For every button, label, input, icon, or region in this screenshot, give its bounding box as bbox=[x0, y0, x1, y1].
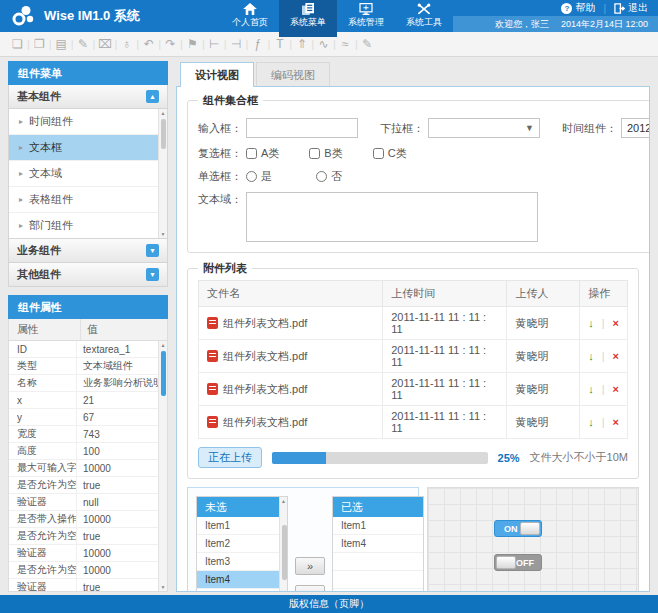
section-business-components[interactable]: 业务组件 ▼ bbox=[8, 239, 168, 263]
radio-option-否[interactable]: 否 bbox=[316, 169, 342, 184]
property-row[interactable]: y67 bbox=[9, 409, 158, 426]
scroll-up-icon[interactable]: ▲ bbox=[281, 498, 286, 504]
move-left-button[interactable]: « bbox=[295, 585, 325, 592]
checkbox-C类[interactable] bbox=[373, 148, 384, 159]
scroll-up-icon[interactable]: ▲ bbox=[161, 342, 166, 348]
download-icon[interactable]: ↓ bbox=[588, 350, 594, 362]
list-item-Item4[interactable]: Item4 bbox=[333, 535, 423, 553]
new-file-icon[interactable]: ❏ bbox=[8, 38, 27, 50]
section-basic-components[interactable]: 基本组件 ▲ bbox=[8, 85, 168, 109]
outdent-icon[interactable]: ⊣ bbox=[227, 38, 246, 50]
radio-否[interactable] bbox=[316, 171, 327, 182]
radio-是[interactable] bbox=[246, 171, 257, 182]
logout-button[interactable]: 退出 bbox=[614, 1, 648, 15]
section-other-components[interactable]: 其他组件 ▼ bbox=[8, 263, 168, 287]
sidebar-item-部门组件[interactable]: ▸部门组件 bbox=[9, 213, 158, 239]
text-icon[interactable]: T bbox=[270, 38, 289, 50]
delete-icon[interactable]: × bbox=[613, 350, 619, 362]
property-row[interactable]: 名称业务影响分析说明 bbox=[9, 375, 158, 392]
tab-design-view[interactable]: 设计视图 bbox=[180, 62, 254, 87]
list-item-Item1[interactable]: Item1 bbox=[333, 517, 423, 535]
list-item-Item4[interactable]: Item4 bbox=[197, 571, 279, 589]
scroll-down-icon[interactable]: ▼ bbox=[161, 231, 166, 237]
scrollbar[interactable]: ▲ ▼ bbox=[279, 497, 287, 592]
scroll-thumb[interactable] bbox=[161, 351, 166, 396]
nav-item-system-manage[interactable]: 系统管理 bbox=[337, 0, 395, 32]
scroll-up-icon[interactable]: ▲ bbox=[161, 110, 166, 116]
property-row[interactable]: 类型文本域组件 bbox=[9, 358, 158, 375]
property-row[interactable]: x21 bbox=[9, 392, 158, 409]
scroll-thumb[interactable] bbox=[282, 525, 287, 580]
property-row[interactable]: 宽度743 bbox=[9, 426, 158, 443]
list-item-Item3[interactable]: Item3 bbox=[197, 553, 279, 571]
textarea-field[interactable] bbox=[246, 192, 538, 242]
design-canvas[interactable]: ON OFF bbox=[427, 487, 639, 592]
text-input[interactable] bbox=[246, 118, 358, 138]
toggle-on[interactable]: ON bbox=[494, 520, 542, 537]
upload-file-icon[interactable]: ⇑ bbox=[292, 38, 311, 50]
sidebar-item-文本域[interactable]: ▸文本域 bbox=[9, 161, 158, 187]
toggle-knob[interactable] bbox=[496, 556, 516, 569]
download-icon[interactable]: ↓ bbox=[588, 416, 594, 428]
move-right-button[interactable]: » bbox=[295, 557, 325, 575]
sidebar-item-文本框[interactable]: ▸文本框 bbox=[9, 135, 158, 161]
pencil-icon[interactable]: ✎ bbox=[358, 38, 377, 50]
checkbox-B类[interactable] bbox=[309, 148, 320, 159]
list-item-Item1[interactable]: Item1 bbox=[197, 517, 279, 535]
property-row[interactable]: 验证器null bbox=[9, 494, 158, 511]
file-name[interactable]: 组件列表文档.pdf bbox=[223, 317, 307, 329]
scrollbar[interactable]: ▲ ▼ bbox=[158, 341, 167, 591]
property-row[interactable]: 是否允许为空true bbox=[9, 528, 158, 545]
wave-dotted-icon[interactable]: ≈ bbox=[336, 38, 355, 50]
delete-icon[interactable]: ⌧ bbox=[95, 38, 114, 50]
expand-icon[interactable]: ▼ bbox=[146, 244, 159, 257]
property-row[interactable]: 是否带入操作原因10000 bbox=[9, 511, 158, 528]
scrollbar[interactable]: ▲ ▼ bbox=[158, 109, 167, 238]
property-row[interactable]: 是否允许为空true bbox=[9, 477, 158, 494]
download-icon[interactable]: ↓ bbox=[588, 383, 594, 395]
scroll-down-icon[interactable]: ▼ bbox=[161, 584, 166, 590]
nav-item-home[interactable]: 个人首页 bbox=[221, 0, 279, 32]
property-row[interactable]: 是否允许为空10000 bbox=[9, 562, 158, 579]
toggle-off[interactable]: OFF bbox=[494, 554, 542, 571]
save-icon[interactable]: ▤ bbox=[52, 38, 71, 50]
sidebar-item-时间组件[interactable]: ▸时间组件 bbox=[9, 109, 158, 135]
edit-document-icon[interactable]: ✎ bbox=[74, 38, 93, 50]
undo-icon[interactable]: ↶ bbox=[139, 38, 158, 50]
help-button[interactable]: ? 帮助 bbox=[561, 1, 595, 15]
download-icon[interactable]: ↓ bbox=[588, 317, 594, 329]
property-row[interactable]: 验证器10000 bbox=[9, 545, 158, 562]
dropdown-select[interactable]: ▼ bbox=[428, 118, 540, 138]
wave-line-icon[interactable]: ∿ bbox=[314, 38, 333, 50]
property-row[interactable]: 高度100 bbox=[9, 443, 158, 460]
checkbox-option-C类[interactable]: C类 bbox=[373, 146, 407, 161]
delete-icon[interactable]: × bbox=[613, 416, 619, 428]
function-icon[interactable]: ƒ bbox=[248, 38, 267, 50]
date-input[interactable] bbox=[621, 118, 650, 138]
indent-icon[interactable]: ⊢ bbox=[205, 38, 224, 50]
property-row[interactable]: 最大可输入字符数10000 bbox=[9, 460, 158, 477]
property-row[interactable]: IDtextarea_1 bbox=[9, 341, 158, 358]
scroll-thumb[interactable] bbox=[161, 119, 166, 149]
redo-icon[interactable]: ↷ bbox=[161, 38, 180, 50]
delete-icon[interactable]: × bbox=[613, 317, 619, 329]
uploading-button[interactable]: 正在上传 bbox=[198, 447, 262, 468]
radio-option-是[interactable]: 是 bbox=[246, 169, 272, 184]
list-item-Item2[interactable]: Item2 bbox=[197, 535, 279, 553]
checkbox-A类[interactable] bbox=[246, 148, 257, 159]
flag-icon[interactable]: ⚑ bbox=[183, 38, 202, 50]
checkbox-option-B类[interactable]: B类 bbox=[309, 146, 342, 161]
expand-icon[interactable]: ▼ bbox=[146, 268, 159, 281]
sidebar-item-表格组件[interactable]: ▸表格组件 bbox=[9, 187, 158, 213]
list-item-Item5[interactable]: Item5 bbox=[197, 589, 279, 592]
collapse-icon[interactable]: ▲ bbox=[146, 90, 159, 103]
open-folder-icon[interactable]: ❐ bbox=[30, 38, 49, 50]
property-row[interactable]: 验证器true bbox=[9, 579, 158, 592]
checkbox-option-A类[interactable]: A类 bbox=[246, 146, 279, 161]
file-name[interactable]: 组件列表文档.pdf bbox=[223, 383, 307, 395]
globe-icon[interactable]: ♁ bbox=[117, 38, 136, 50]
tab-code-view[interactable]: 编码视图 bbox=[256, 62, 330, 87]
nav-item-system-menu[interactable]: 系统菜单 bbox=[279, 0, 337, 32]
file-name[interactable]: 组件列表文档.pdf bbox=[223, 350, 307, 362]
delete-icon[interactable]: × bbox=[613, 383, 619, 395]
